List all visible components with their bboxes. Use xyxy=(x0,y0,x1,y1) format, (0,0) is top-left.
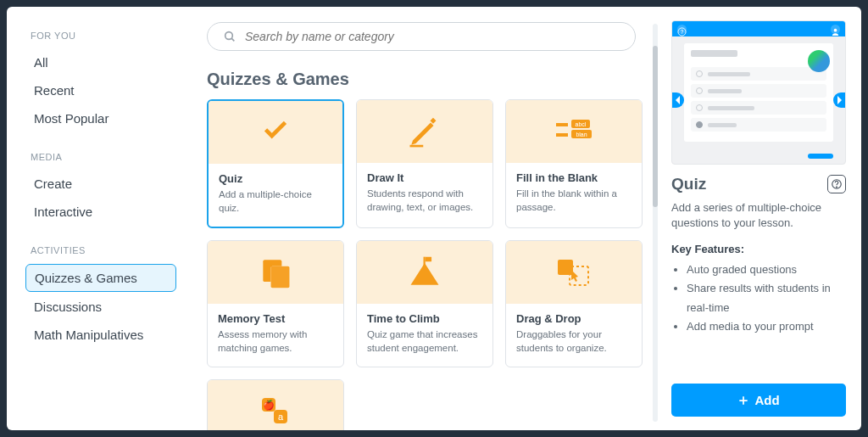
app-window: FOR YOU All Recent Most Popular MEDIA Cr… xyxy=(7,7,861,430)
sidebar-group-label: MEDIA xyxy=(31,152,176,162)
svg-point-21 xyxy=(834,28,837,31)
cards-icon xyxy=(257,254,294,291)
section-title: Quizzes & Games xyxy=(207,70,651,89)
card-grid: Quiz Add a multiple-choice quiz. Draw It… xyxy=(207,99,651,430)
sidebar-item-recent[interactable]: Recent xyxy=(25,77,176,104)
sidebar-item-all[interactable]: All xyxy=(25,49,176,76)
sidebar: FOR YOU All Recent Most Popular MEDIA Cr… xyxy=(7,7,185,430)
panel-desc: Add a series of multiple-choice question… xyxy=(671,200,846,231)
search-icon xyxy=(223,30,236,43)
svg-text:🍎: 🍎 xyxy=(263,399,275,411)
card-title: Draw It xyxy=(367,171,482,184)
sidebar-item-interactive[interactable]: Interactive xyxy=(25,199,176,225)
next-arrow[interactable] xyxy=(833,92,845,108)
card-desc: Assess memory with matching games. xyxy=(218,328,333,355)
svg-text:a: a xyxy=(278,412,284,422)
search-field[interactable] xyxy=(207,22,636,51)
svg-point-23 xyxy=(837,187,837,188)
progress-bar xyxy=(808,154,833,159)
card-desc: Students respond with drawing, text, or … xyxy=(367,188,482,214)
main-content: Quizzes & Games Quiz Add a multiple-choi… xyxy=(185,7,659,430)
card-desc: Draggables for your students to organize… xyxy=(516,328,632,355)
features-list: Auto graded questions Share results with… xyxy=(671,261,846,335)
plus-icon xyxy=(737,395,749,406)
sidebar-group-label: ACTIVITIES xyxy=(31,245,176,255)
preview-thumbnail: ? xyxy=(671,20,846,165)
add-label: Add xyxy=(754,393,779,407)
globe-icon xyxy=(808,50,830,72)
mountain-icon xyxy=(403,254,446,291)
search-input[interactable] xyxy=(245,30,620,43)
card-title: Memory Test xyxy=(218,312,333,325)
feature-item: Auto graded questions xyxy=(687,261,846,279)
card-title: Fill in the Blank xyxy=(516,171,632,184)
scrollbar-thumb[interactable] xyxy=(653,46,658,207)
abc-icon: 🍎 a xyxy=(257,395,294,429)
drag-icon xyxy=(553,255,595,290)
card-partial[interactable]: 🍎 a xyxy=(207,379,344,430)
svg-line-1 xyxy=(231,38,234,41)
svg-rect-2 xyxy=(410,145,424,148)
card-desc: Quiz game that increases student engagem… xyxy=(367,328,482,355)
svg-text:blan: blan xyxy=(576,132,587,137)
pencil-icon xyxy=(407,114,442,149)
svg-text:abcl: abcl xyxy=(576,121,587,127)
features-heading: Key Features: xyxy=(671,243,846,255)
prev-arrow[interactable] xyxy=(672,92,684,108)
sidebar-item-math-manipulatives[interactable]: Math Manipulatives xyxy=(25,322,176,348)
card-memory-test[interactable]: Memory Test Assess memory with matching … xyxy=(207,240,344,367)
feature-item: Share results with students in real-time xyxy=(687,279,846,317)
card-desc: Fill in the blank within a passage. xyxy=(516,188,632,214)
svg-rect-3 xyxy=(556,123,568,126)
card-quiz[interactable]: Quiz Add a multiple-choice quiz. xyxy=(207,99,344,228)
card-drag-drop[interactable]: Drag & Drop Draggables for your students… xyxy=(505,240,643,367)
help-icon: ? xyxy=(677,25,687,34)
card-title: Quiz xyxy=(219,172,332,185)
feature-item: Add media to your prompt xyxy=(687,317,846,336)
card-time-to-climb[interactable]: Time to Climb Quiz game that increases s… xyxy=(356,240,493,367)
svg-point-0 xyxy=(225,32,233,40)
check-icon xyxy=(256,116,295,148)
svg-rect-6 xyxy=(556,133,568,137)
preview-panel: ? Quiz xyxy=(659,7,861,430)
sidebar-item-quizzes-games[interactable]: Quizzes & Games xyxy=(25,264,176,292)
sidebar-item-most-popular[interactable]: Most Popular xyxy=(25,105,176,132)
svg-rect-11 xyxy=(271,266,290,289)
sidebar-item-discussions[interactable]: Discussions xyxy=(25,294,176,320)
panel-title: Quiz xyxy=(671,175,706,193)
add-button[interactable]: Add xyxy=(671,384,846,417)
svg-rect-12 xyxy=(424,257,426,268)
sidebar-item-create[interactable]: Create xyxy=(25,171,176,197)
card-fill-blank[interactable]: abcl blan Fill in the Blank Fill in the … xyxy=(505,99,643,228)
card-title: Drag & Drop xyxy=(516,312,632,325)
card-desc: Add a multiple-choice quiz. xyxy=(219,188,332,215)
sidebar-group-label: FOR YOU xyxy=(31,31,176,41)
svg-text:?: ? xyxy=(681,28,684,34)
card-draw-it[interactable]: Draw It Students respond with drawing, t… xyxy=(356,99,493,228)
svg-rect-13 xyxy=(558,260,573,275)
info-icon[interactable] xyxy=(827,175,846,193)
fill-blank-icon: abcl blan xyxy=(551,115,597,148)
card-title: Time to Climb xyxy=(367,312,482,325)
user-icon xyxy=(831,25,840,34)
